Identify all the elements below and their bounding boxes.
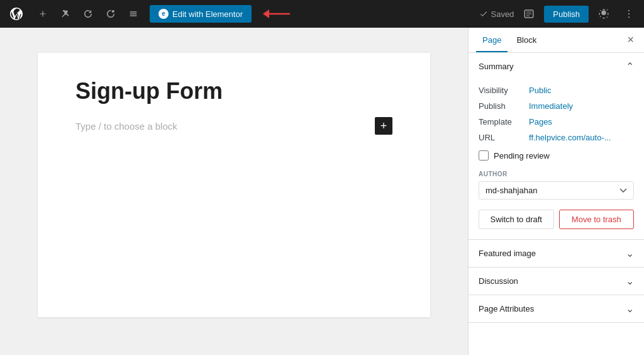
tab-page-label: Page	[482, 35, 501, 45]
visibility-row: Visibility Public	[479, 82, 634, 98]
svg-point-3	[628, 16, 630, 18]
switch-draft-label: Switch to draft	[491, 215, 542, 224]
publish-row-label: Publish	[479, 101, 529, 111]
url-value[interactable]: ff.helpvice.com/auto-...	[529, 133, 611, 142]
author-section-label: AUTHOR	[479, 171, 634, 178]
settings-button[interactable]	[594, 4, 614, 24]
page-attributes-label: Page Attributes	[479, 304, 534, 313]
edit-with-elementor-button[interactable]: e Edit with Elementor	[150, 5, 252, 23]
red-arrow-annotation	[259, 6, 291, 21]
discussion-header[interactable]: Discussion ⌄	[469, 268, 644, 295]
move-trash-label: Move to trash	[572, 215, 621, 224]
pending-review-checkbox[interactable]	[479, 150, 489, 161]
publish-value[interactable]: Immediately	[529, 101, 573, 111]
discussion-section: Discussion ⌄	[469, 268, 644, 295]
featured-image-header[interactable]: Featured image ⌄	[469, 240, 644, 267]
svg-point-2	[628, 13, 630, 14]
pending-review-label[interactable]: Pending review	[494, 151, 550, 161]
visibility-label: Visibility	[479, 86, 529, 95]
discussion-chevron-icon: ⌄	[626, 275, 634, 287]
editor-content: Sign-up Form Type / to choose a block +	[38, 53, 430, 317]
summary-header[interactable]: Summary ⌃	[469, 53, 644, 80]
toolbar: e Edit with Elementor Saved Publish	[0, 0, 644, 28]
summary-content: Visibility Public Publish Immediately Te…	[469, 80, 644, 239]
author-select[interactable]: md-shahjahan admin	[479, 181, 634, 200]
page-attributes-header[interactable]: Page Attributes ⌄	[469, 295, 644, 322]
redo-button[interactable]	[101, 4, 121, 24]
page-attributes-section: Page Attributes ⌄	[469, 295, 644, 323]
page-title[interactable]: Sign-up Form	[75, 78, 392, 104]
block-placeholder: Type / to choose a block +	[75, 117, 392, 135]
visibility-value[interactable]: Public	[529, 86, 551, 95]
summary-label: Summary	[479, 62, 514, 71]
edit-elementor-label: Edit with Elementor	[172, 9, 243, 19]
saved-label: Saved	[491, 9, 514, 19]
sidebar-close-button[interactable]: ×	[625, 31, 636, 49]
svg-point-1	[628, 10, 630, 11]
page-attributes-chevron-icon: ⌄	[626, 303, 634, 315]
pending-review-row: Pending review	[479, 145, 634, 166]
template-label: Template	[479, 117, 529, 127]
discussion-label: Discussion	[479, 276, 518, 286]
summary-chevron-icon: ⌃	[626, 60, 634, 72]
summary-section: Summary ⌃ Visibility Public Publish Imme…	[469, 53, 644, 240]
template-row: Template Pages	[479, 114, 634, 130]
featured-image-section: Featured image ⌄	[469, 240, 644, 268]
publish-row: Publish Immediately	[479, 98, 634, 114]
block-placeholder-text: Type / to choose a block	[75, 121, 177, 132]
publish-button[interactable]: Publish	[544, 6, 589, 23]
sidebar-panel: Page Block × Summary ⌃ Visibility P	[468, 28, 644, 355]
switch-to-draft-button[interactable]: Switch to draft	[479, 210, 554, 229]
saved-status: Saved	[479, 9, 514, 19]
wp-logo[interactable]	[5, 3, 28, 25]
url-label: URL	[479, 133, 529, 142]
editor-area: Sign-up Form Type / to choose a block +	[0, 28, 468, 355]
add-block-inline-button[interactable]: +	[375, 117, 392, 135]
add-block-inline-icon: +	[380, 120, 387, 132]
action-buttons: Switch to draft Move to trash	[479, 210, 634, 229]
undo-button[interactable]	[78, 4, 98, 24]
featured-image-chevron-icon: ⌄	[626, 247, 634, 259]
sidebar-body: Summary ⌃ Visibility Public Publish Imme…	[469, 53, 644, 355]
sidebar-tabs: Page Block ×	[469, 28, 644, 53]
tab-block[interactable]: Block	[510, 28, 543, 52]
list-view-button[interactable]	[123, 4, 143, 24]
elementor-icon: e	[158, 9, 169, 19]
tab-page[interactable]: Page	[476, 28, 508, 52]
add-block-toolbar-button[interactable]	[33, 4, 53, 24]
featured-image-label: Featured image	[479, 249, 536, 258]
template-value[interactable]: Pages	[529, 117, 552, 127]
edit-tools-button[interactable]	[55, 4, 75, 24]
more-options-button[interactable]	[619, 4, 639, 24]
close-icon: ×	[627, 33, 634, 46]
view-button[interactable]	[519, 4, 539, 24]
url-row: URL ff.helpvice.com/auto-...	[479, 130, 634, 145]
tab-block-label: Block	[516, 35, 536, 45]
move-to-trash-button[interactable]: Move to trash	[559, 210, 635, 229]
toolbar-right: Saved Publish	[479, 4, 639, 24]
publish-label: Publish	[553, 9, 580, 19]
main-layout: Sign-up Form Type / to choose a block + …	[0, 28, 644, 355]
